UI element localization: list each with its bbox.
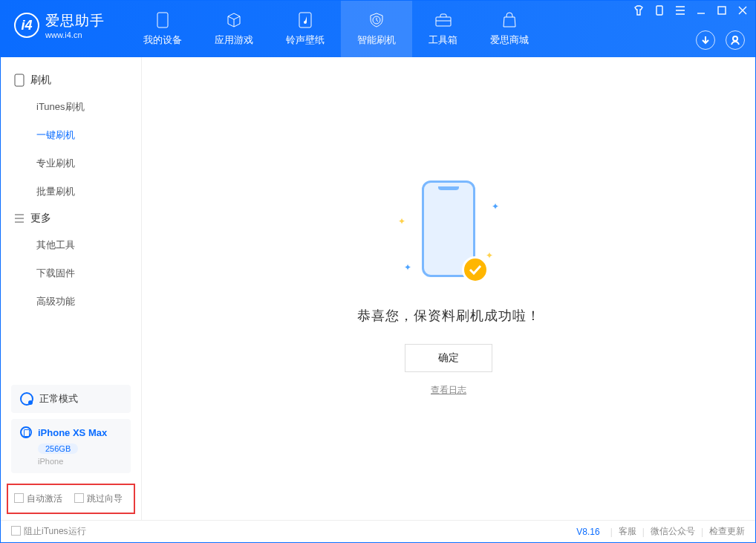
capacity-badge: 256GB	[38, 443, 78, 454]
sidebar-item-itunes[interactable]: iTunes刷机	[1, 93, 141, 121]
toolbox-icon	[434, 11, 452, 29]
music-icon	[296, 11, 314, 29]
wechat-link[interactable]: 微信公众号	[651, 525, 695, 538]
svg-rect-4	[718, 7, 726, 14]
body: 刷机 iTunes刷机 一键刷机 专业刷机 批量刷机 更多 其他工具 下载固件 …	[1, 57, 755, 520]
app-logo: i4 爱思助手 www.i4.cn	[1, 1, 118, 39]
sparkle-icon: ✦	[398, 216, 405, 227]
sparkle-icon: ✦	[404, 262, 411, 273]
phone-icon	[154, 11, 172, 29]
tab-apps[interactable]: 应用游戏	[198, 1, 270, 57]
tab-label: 工具箱	[428, 33, 457, 47]
maximize-icon[interactable]	[715, 4, 729, 17]
support-link[interactable]: 客服	[619, 525, 636, 538]
device-icon	[20, 426, 32, 438]
version-label: V8.16	[576, 527, 599, 537]
device-type: iPhone	[38, 457, 122, 466]
download-icon[interactable]	[696, 30, 715, 50]
sidebar-item-other[interactable]: 其他工具	[1, 231, 141, 259]
tab-device[interactable]: 我的设备	[127, 1, 198, 57]
option-label: 跳过向导	[87, 493, 123, 504]
skip-guide-option[interactable]: 跳过向导	[74, 492, 123, 505]
logo-text: 爱思助手 www.i4.cn	[45, 11, 105, 39]
checkbox-icon[interactable]	[11, 526, 21, 536]
update-link[interactable]: 检查更新	[709, 525, 745, 538]
sparkle-icon: ✦	[492, 201, 499, 212]
main-content: ✦ ✦ ✦ ✦ 恭喜您，保资料刷机成功啦！ 确定 查看日志	[142, 57, 755, 520]
tab-label: 智能刷机	[357, 33, 396, 47]
tab-tools[interactable]: 工具箱	[412, 1, 474, 57]
svg-point-5	[733, 36, 737, 41]
svg-rect-3	[656, 6, 662, 15]
skin-icon[interactable]	[632, 4, 645, 17]
sparkle-icon: ✦	[486, 250, 493, 261]
options-highlight: 自动激活 跳过向导	[7, 484, 135, 514]
header-tabs: 我的设备 应用游戏 铃声壁纸 智能刷机 工具箱 爱思商城	[127, 1, 545, 57]
cube-icon	[225, 11, 243, 29]
svg-rect-1	[299, 13, 311, 27]
ok-button[interactable]: 确定	[405, 344, 492, 372]
menu-icon[interactable]	[674, 4, 687, 17]
footer-right: V8.16 | 客服 | 微信公众号 | 检查更新	[576, 525, 745, 538]
list-icon	[14, 214, 25, 223]
header: i4 爱思助手 www.i4.cn 我的设备 应用游戏 铃声壁纸 智能刷机	[1, 1, 755, 57]
device-icon	[14, 74, 25, 87]
svg-rect-0	[157, 13, 168, 27]
tab-label: 爱思商城	[490, 33, 529, 47]
tab-label: 铃声壁纸	[286, 33, 325, 47]
app-subtitle: www.i4.cn	[45, 30, 105, 39]
sidebar: 刷机 iTunes刷机 一键刷机 专业刷机 批量刷机 更多 其他工具 下载固件 …	[1, 57, 142, 520]
tab-store[interactable]: 爱思商城	[474, 1, 545, 57]
device-info-box[interactable]: iPhone XS Max 256GB iPhone	[11, 419, 131, 473]
close-icon[interactable]	[736, 4, 749, 17]
option-label: 自动激活	[27, 493, 62, 504]
mode-icon	[20, 392, 33, 406]
sidebar-item-pro[interactable]: 专业刷机	[1, 149, 141, 178]
sidebar-item-batch[interactable]: 批量刷机	[1, 178, 141, 206]
checkbox-icon[interactable]	[14, 493, 24, 503]
app-title: 爱思助手	[45, 11, 105, 30]
tab-flash[interactable]: 智能刷机	[341, 1, 412, 57]
checkbox-icon[interactable]	[74, 493, 84, 503]
block-itunes-option[interactable]: 阻止iTunes运行	[11, 525, 86, 538]
sidebar-item-onekey[interactable]: 一键刷机	[1, 121, 141, 149]
tab-ringtone[interactable]: 铃声壁纸	[270, 1, 341, 57]
bag-icon	[501, 11, 518, 29]
header-actions	[696, 30, 745, 50]
sidebar-item-advanced[interactable]: 高级功能	[1, 287, 141, 316]
phone-small-icon[interactable]	[653, 4, 666, 17]
view-log-link[interactable]: 查看日志	[431, 384, 466, 397]
success-illustration: ✦ ✦ ✦ ✦	[382, 181, 515, 292]
footer: 阻止iTunes运行 V8.16 | 客服 | 微信公众号 | 检查更新	[1, 520, 755, 542]
success-message: 恭喜您，保资料刷机成功啦！	[357, 307, 541, 325]
window-controls	[632, 4, 749, 17]
sidebar-item-firmware[interactable]: 下载固件	[1, 259, 141, 287]
nav-group-label: 刷机	[30, 74, 51, 87]
minimize-icon[interactable]	[694, 4, 708, 17]
svg-rect-6	[15, 74, 24, 86]
user-icon[interactable]	[726, 30, 745, 50]
shield-icon	[368, 11, 385, 29]
nav-group-more: 更多	[1, 206, 141, 231]
sidebar-bottom: 正常模式 iPhone XS Max 256GB iPhone	[1, 377, 141, 479]
option-label: 阻止iTunes运行	[24, 526, 86, 536]
mode-label: 正常模式	[39, 392, 78, 406]
app-window: i4 爱思助手 www.i4.cn 我的设备 应用游戏 铃声壁纸 智能刷机	[0, 0, 756, 543]
footer-left: 阻止iTunes运行	[11, 525, 86, 538]
check-badge	[462, 256, 489, 283]
device-mode-box[interactable]: 正常模式	[11, 385, 131, 413]
tab-label: 应用游戏	[215, 33, 253, 47]
tab-label: 我的设备	[143, 33, 182, 47]
svg-rect-2	[436, 17, 451, 26]
auto-activate-option[interactable]: 自动激活	[14, 492, 62, 505]
nav-group-flash: 刷机	[1, 68, 141, 93]
logo-icon: i4	[14, 13, 39, 38]
device-name: iPhone XS Max	[38, 427, 107, 438]
nav-group-label: 更多	[30, 212, 51, 225]
